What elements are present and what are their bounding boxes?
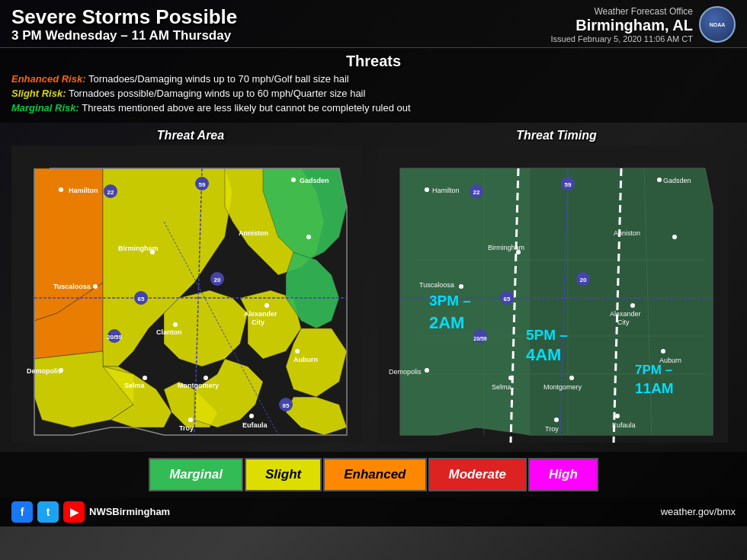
- svg-point-85: [672, 235, 677, 239]
- svg-text:2AM: 2AM: [429, 313, 464, 332]
- svg-text:Selma: Selma: [124, 382, 146, 389]
- svg-text:City: City: [252, 318, 264, 326]
- svg-text:59: 59: [199, 181, 206, 188]
- svg-point-51: [295, 349, 300, 354]
- threat-area-map: 65 59 20/59 22 20 85 Hamilton Gadsd: [11, 146, 370, 446]
- legend-slight: Slight: [245, 458, 322, 491]
- svg-text:Eufaula: Eufaula: [242, 421, 268, 429]
- main-title: Severe Storms Possible: [11, 6, 551, 28]
- twitter-icon[interactable]: t: [37, 501, 59, 523]
- svg-text:Tuscaloosa: Tuscaloosa: [419, 281, 454, 289]
- svg-text:85: 85: [283, 402, 290, 409]
- enhanced-risk-label: Enhanced Risk:: [11, 73, 86, 85]
- threat-area-map-container: Threat Area: [11, 129, 370, 446]
- svg-point-96: [508, 376, 513, 380]
- svg-point-47: [143, 376, 147, 380]
- svg-text:Clanton: Clanton: [156, 328, 182, 336]
- threat-timing-map: 65 59 20/59 22 20 Hamilton Gadsden: [377, 146, 736, 446]
- footer-bar: f t ▶ NWSBirmingham weather.gov/bmx: [0, 498, 747, 526]
- svg-text:11AM: 11AM: [635, 380, 674, 396]
- threats-title: Threats: [11, 53, 736, 70]
- svg-point-38: [93, 284, 98, 289]
- header-right: Weather Forecast Office Birmingham, AL I…: [551, 6, 736, 43]
- marginal-risk-label: Marginal Risk:: [11, 102, 79, 114]
- svg-text:22: 22: [107, 189, 114, 196]
- svg-point-32: [291, 178, 296, 182]
- svg-text:Alexander: Alexander: [244, 310, 277, 318]
- svg-text:Troy: Troy: [179, 424, 194, 432]
- svg-text:Gadsden: Gadsden: [300, 177, 329, 184]
- title-section: Severe Storms Possible 3 PM Wednesday – …: [11, 6, 551, 43]
- svg-text:Anniston: Anniston: [239, 229, 268, 237]
- svg-text:65: 65: [504, 296, 511, 302]
- legend-bar: Marginal Slight Enhanced Moderate High: [0, 452, 747, 498]
- svg-text:Birmingham: Birmingham: [488, 244, 524, 251]
- marginal-risk-line: Marginal Risk: Threats mentioned above a…: [11, 101, 736, 115]
- slight-risk-line: Slight Risk: Tornadoes possible/Damaging…: [11, 87, 736, 101]
- threat-timing-map-container: Threat Timing: [377, 129, 736, 446]
- wfo-city: Birmingham, AL: [551, 17, 694, 34]
- svg-point-100: [661, 349, 665, 354]
- svg-text:Troy: Troy: [545, 425, 559, 433]
- slight-risk-text: Tornadoes possible/Damaging winds up to …: [66, 88, 366, 99]
- enhanced-risk-line: Enhanced Risk: Tornadoes/Damaging winds …: [11, 72, 736, 86]
- svg-point-49: [204, 376, 208, 380]
- svg-text:20/59: 20/59: [107, 334, 123, 341]
- svg-point-30: [59, 187, 63, 192]
- svg-text:5PM –: 5PM –: [526, 327, 568, 343]
- social-handle: NWSBirmingham: [89, 506, 170, 517]
- svg-text:Montgomery: Montgomery: [178, 382, 219, 389]
- enhanced-risk-text: Tornadoes/Damaging winds up to 70 mph/Go…: [86, 73, 349, 85]
- svg-text:Hamilton: Hamilton: [69, 187, 98, 194]
- legend-high: High: [528, 458, 598, 491]
- svg-text:20/59: 20/59: [473, 336, 487, 341]
- facebook-icon[interactable]: f: [11, 501, 33, 523]
- svg-point-102: [554, 418, 559, 422]
- svg-text:65: 65: [138, 296, 145, 302]
- svg-text:Demopolis: Demopolis: [389, 368, 422, 376]
- legend-marginal: Marginal: [149, 458, 243, 491]
- svg-point-81: [425, 187, 429, 192]
- svg-point-98: [569, 376, 574, 380]
- slight-risk-label: Slight Risk:: [11, 88, 66, 99]
- maps-area: Threat Area: [0, 123, 747, 452]
- svg-text:Auburn: Auburn: [293, 356, 318, 363]
- svg-text:Tuscaloosa: Tuscaloosa: [53, 283, 91, 290]
- svg-text:7PM –: 7PM –: [635, 363, 672, 377]
- svg-point-53: [188, 418, 193, 422]
- youtube-icon[interactable]: ▶: [63, 501, 85, 523]
- website-url[interactable]: weather.gov/bmx: [661, 506, 736, 517]
- svg-text:Demopolis: Demopolis: [27, 367, 62, 375]
- svg-text:Alexander: Alexander: [610, 310, 641, 318]
- svg-text:4AM: 4AM: [526, 345, 561, 364]
- svg-point-40: [264, 303, 269, 308]
- time-subtitle: 3 PM Wednesday – 11 AM Thursday: [11, 28, 551, 43]
- threat-timing-title: Threat Timing: [377, 129, 736, 142]
- svg-text:59: 59: [565, 181, 572, 188]
- marginal-risk-text: Threats mentioned above are less likely …: [79, 102, 411, 114]
- svg-text:22: 22: [473, 189, 480, 196]
- svg-text:Gadsden: Gadsden: [663, 177, 691, 184]
- top-header: Severe Storms Possible 3 PM Wednesday – …: [0, 0, 747, 47]
- main-container: Severe Storms Possible 3 PM Wednesday – …: [0, 0, 747, 560]
- svg-text:Selma: Selma: [492, 383, 511, 391]
- svg-point-83: [657, 178, 662, 182]
- svg-text:Eufaula: Eufaula: [612, 421, 636, 429]
- svg-text:Anniston: Anniston: [614, 229, 640, 237]
- wfo-info: Weather Forecast Office Birmingham, AL I…: [551, 6, 694, 43]
- svg-point-94: [425, 368, 429, 373]
- svg-text:Montgomery: Montgomery: [543, 383, 582, 391]
- svg-point-55: [249, 414, 254, 418]
- svg-point-34: [306, 235, 311, 239]
- svg-point-91: [630, 303, 635, 308]
- svg-point-104: [615, 414, 620, 418]
- legend-moderate: Moderate: [428, 458, 527, 491]
- issued-time: Issued February 5, 2020 11:06 AM CT: [551, 34, 694, 43]
- noaa-logo: NOAA: [699, 6, 736, 43]
- svg-text:Birmingham: Birmingham: [118, 245, 159, 252]
- svg-point-43: [173, 322, 178, 327]
- wfo-label: Weather Forecast Office: [551, 6, 694, 17]
- social-icons: f t ▶ NWSBirmingham: [11, 501, 170, 523]
- svg-text:Hamilton: Hamilton: [432, 187, 460, 194]
- threats-section: Threats Enhanced Risk: Tornadoes/Damagin…: [0, 47, 747, 123]
